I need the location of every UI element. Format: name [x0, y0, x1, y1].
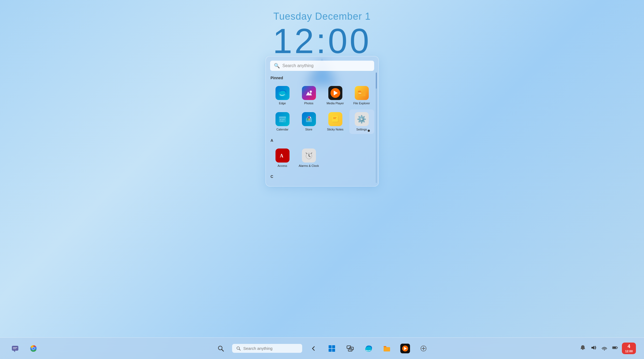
file-explorer-label: File Explorer	[353, 102, 370, 105]
task-view-icon[interactable]	[343, 341, 357, 355]
file-explorer-icon	[355, 86, 369, 100]
search-icon: 🔍	[274, 63, 280, 69]
section-c: C	[270, 174, 374, 179]
alarms-icon	[302, 149, 316, 163]
photos-label: Photos	[304, 102, 313, 105]
notifications-tray-icon[interactable]	[579, 344, 587, 353]
menu-content: Pinned Edge	[270, 76, 374, 182]
svg-rect-51	[582, 349, 584, 350]
pinned-apps-grid: Edge Photos Media Playe	[270, 83, 374, 134]
svg-rect-56	[617, 347, 618, 348]
store-icon	[302, 112, 316, 126]
sticky-notes-label: Sticky Notes	[327, 128, 343, 131]
svg-line-36	[222, 349, 223, 351]
taskbar: Search anything	[0, 337, 644, 359]
svg-point-4	[310, 91, 312, 93]
clock-badge-number: 4	[624, 344, 634, 350]
svg-rect-41	[329, 349, 332, 352]
app-store[interactable]: Store	[297, 109, 321, 134]
settings-label: Settings	[356, 128, 367, 131]
svg-rect-5	[358, 92, 366, 96]
svg-rect-30	[13, 348, 16, 349]
svg-rect-14	[307, 118, 308, 120]
play-triangle-icon	[334, 91, 338, 95]
search-taskbar-icon[interactable]	[214, 341, 228, 355]
svg-rect-12	[307, 116, 308, 118]
start-button[interactable]	[325, 341, 339, 355]
svg-line-26	[311, 153, 312, 154]
time-display: 12:00	[273, 23, 371, 58]
settings-icon: ⚙️	[355, 112, 369, 126]
edge-taskbar-icon[interactable]	[361, 341, 376, 355]
system-tray: 4 12:00	[579, 343, 636, 354]
app-media-player[interactable]: Media Player	[323, 83, 348, 108]
taskbar-left	[8, 341, 40, 355]
cursor-indicator	[368, 130, 370, 132]
svg-rect-18	[333, 117, 336, 118]
section-c-label: C	[270, 174, 374, 179]
svg-point-53	[604, 349, 605, 350]
svg-rect-19	[333, 118, 336, 119]
taskbar-search-text: Search anything	[243, 346, 273, 351]
svg-rect-42	[332, 349, 335, 352]
svg-rect-15	[308, 118, 310, 120]
store-label: Store	[305, 128, 312, 131]
app-alarms-clock[interactable]: Alarms & Clock	[297, 146, 321, 170]
explorer-taskbar-icon[interactable]	[380, 341, 394, 355]
photos-icon	[302, 86, 316, 100]
taskbar-search-icon	[236, 346, 241, 351]
alarms-label: Alarms & Clock	[299, 164, 319, 168]
gear-icon: ⚙️	[357, 115, 366, 124]
svg-rect-55	[613, 347, 616, 348]
svg-marker-52	[591, 346, 594, 350]
chrome-taskbar-icon[interactable]	[26, 341, 40, 355]
add-taskbar-icon[interactable]	[416, 341, 431, 355]
section-a-label: A	[270, 138, 374, 143]
battery-tray-icon[interactable]	[611, 344, 619, 353]
taskbar-center: Search anything	[214, 341, 431, 355]
pinned-section-label: Pinned	[270, 76, 374, 80]
svg-text:F S S: F S S	[280, 120, 283, 122]
svg-rect-8	[279, 116, 286, 118]
edge-label: Edge	[279, 102, 286, 105]
svg-marker-28	[13, 351, 15, 352]
app-access[interactable]: A Access	[270, 146, 295, 170]
svg-point-34	[32, 347, 35, 350]
svg-rect-39	[329, 345, 332, 348]
svg-rect-40	[332, 345, 335, 348]
svg-line-25	[306, 153, 307, 154]
date-display: Tuesday December 1	[273, 11, 371, 22]
svg-rect-27	[12, 346, 18, 351]
clock-badge[interactable]: 4 12:00	[622, 343, 636, 354]
start-search-bar[interactable]: 🔍 Search anything	[270, 61, 374, 71]
app-sticky-notes[interactable]: Sticky Notes	[323, 109, 348, 134]
network-tray-icon[interactable]	[600, 344, 608, 353]
svg-rect-13	[308, 116, 310, 118]
app-calendar[interactable]: M T W T F S S Calendar	[270, 109, 295, 134]
app-settings[interactable]: ⚙️ Settings	[349, 109, 374, 134]
play-circle	[330, 88, 340, 98]
calendar-icon: M T W T F S S	[275, 112, 290, 126]
app-file-explorer[interactable]: File Explorer	[349, 83, 374, 108]
start-menu: 🔍 Search anything Pinned Edge	[266, 56, 379, 187]
calendar-label: Calendar	[276, 128, 288, 131]
media-taskbar-icon[interactable]	[398, 341, 412, 355]
media-player-label: Media Player	[326, 102, 344, 105]
scrollbar[interactable]	[376, 73, 377, 183]
section-a: A A Access	[270, 138, 374, 170]
app-edge[interactable]: Edge	[270, 83, 295, 108]
volume-tray-icon[interactable]	[590, 344, 598, 353]
start-search-placeholder: Search anything	[283, 63, 370, 68]
access-icon: A	[275, 149, 290, 163]
scrollbar-thumb[interactable]	[376, 73, 377, 89]
back-taskbar-icon[interactable]	[306, 341, 321, 355]
app-photos[interactable]: Photos	[297, 83, 321, 108]
edge-icon	[275, 86, 290, 100]
chat-taskbar-icon[interactable]	[8, 341, 22, 355]
clock-badge-time: 12:00	[624, 350, 634, 353]
taskbar-search-bar[interactable]: Search anything	[232, 344, 302, 353]
sticky-notes-icon	[328, 112, 342, 126]
svg-rect-29	[13, 347, 17, 348]
section-a-grid: A Access	[270, 146, 374, 170]
media-player-icon	[328, 86, 342, 100]
